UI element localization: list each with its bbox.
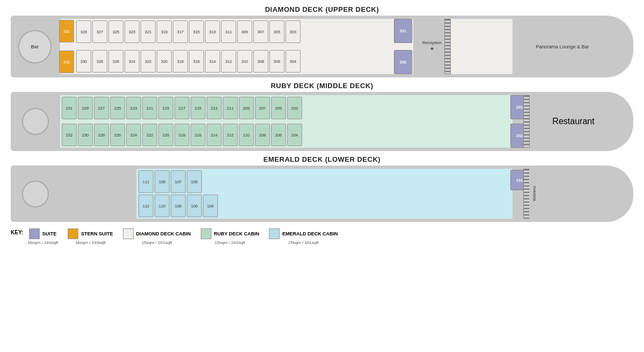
cabin-205[interactable]: 205	[271, 97, 286, 119]
cabin-217[interactable]: 217	[174, 97, 189, 119]
cabin-302[interactable]: 302	[394, 50, 412, 74]
ruby-cabin-size: 15sqm / 161sqft	[215, 240, 245, 245]
diamond-deck-section: DIAMOND DECK (UPPER DECK) Bar 331 332 32…	[11, 5, 633, 77]
cabin-223[interactable]: 223	[126, 97, 141, 119]
emerald-upper-row: 111 109 107 105	[138, 170, 202, 193]
cabin-208[interactable]: 208	[255, 124, 270, 146]
cabin-106[interactable]: 106	[187, 195, 202, 217]
cabin-204[interactable]: 204	[287, 124, 302, 146]
suite-size: 18sqm / 193sqft	[27, 240, 58, 245]
cabin-319[interactable]: 319	[157, 20, 172, 43]
diamond-deck-title: DIAMOND DECK (UPPER DECK)	[11, 5, 633, 13]
cabin-213[interactable]: 213	[207, 97, 222, 119]
key-section: KEY: SUITE 18sqm / 193sqft STERN SUITE 1…	[11, 228, 633, 245]
cabin-328[interactable]: 328	[92, 50, 107, 73]
cabin-301[interactable]: 301	[394, 19, 412, 43]
cabin-107[interactable]: 107	[171, 170, 186, 193]
stern-suite-name: STERN SUITE	[81, 231, 113, 236]
cabin-314[interactable]: 314	[205, 50, 220, 73]
cabin-210[interactable]: 210	[239, 124, 254, 146]
cabin-206[interactable]: 206	[271, 124, 286, 146]
reception-label: Reception	[422, 40, 442, 45]
cabin-311[interactable]: 311	[221, 20, 236, 43]
key-label: KEY:	[11, 228, 23, 235]
cabin-304[interactable]: 304	[286, 50, 301, 73]
cabin-221[interactable]: 221	[142, 97, 157, 119]
cabin-111[interactable]: 111	[138, 170, 153, 193]
key-suite: SUITE 18sqm / 193sqft	[27, 228, 58, 245]
ruby-cabin-swatch	[201, 228, 211, 239]
cabin-222[interactable]: 222	[142, 124, 157, 146]
cabin-218[interactable]: 218	[174, 124, 189, 146]
cabin-109[interactable]: 109	[155, 170, 170, 193]
cabin-224[interactable]: 224	[126, 124, 141, 146]
cabin-321[interactable]: 321	[141, 20, 156, 43]
cabin-313[interactable]: 313	[205, 20, 220, 43]
diamond-cabin-name: DIAMOND DECK CABIN	[136, 231, 191, 236]
cabin-112[interactable]: 112	[138, 195, 153, 217]
cabin-212[interactable]: 212	[223, 124, 238, 146]
cabin-317[interactable]: 317	[173, 20, 188, 43]
cabin-229[interactable]: 229	[78, 97, 93, 119]
cabin-318[interactable]: 318	[173, 50, 188, 73]
ruby-lower-row: 232 230 228 226 224 222 220 218 216 214 …	[62, 124, 302, 146]
diamond-cabin-swatch	[123, 228, 134, 239]
stair-mark-ruby	[523, 95, 530, 148]
diamond-hull: Bar 331 332 329 327 325 323 321 319 317 …	[11, 16, 633, 77]
emerald-cabin-name: EMERALD DECK CABIN	[282, 231, 338, 236]
diamond-lower-row: 330 328 326 324 322 320 318 316 314 312 …	[76, 50, 301, 73]
cabin-219[interactable]: 219	[158, 97, 173, 119]
cabin-211[interactable]: 211	[223, 97, 238, 119]
stern-suite-size: 18sqm / 193sqft	[75, 240, 106, 245]
cabin-232[interactable]: 232	[62, 124, 77, 146]
key-emerald-cabin: EMERALD DECK CABIN 15sqm / 161sqft	[269, 228, 338, 245]
cabin-330[interactable]: 330	[76, 50, 91, 73]
cabin-227[interactable]: 227	[94, 97, 109, 119]
cabin-316[interactable]: 316	[189, 50, 204, 73]
emerald-left-gray	[60, 169, 135, 219]
emerald-cabin-swatch	[269, 228, 280, 239]
cabin-327[interactable]: 327	[92, 20, 107, 43]
restaurant-area: Restaurant	[530, 95, 617, 148]
cabin-307[interactable]: 307	[253, 20, 268, 43]
cabin-309[interactable]: 309	[237, 20, 252, 43]
cabin-207[interactable]: 207	[255, 97, 270, 119]
cabin-230[interactable]: 230	[78, 124, 93, 146]
cabin-306[interactable]: 306	[269, 50, 284, 73]
cabin-226[interactable]: 226	[110, 124, 125, 146]
cabin-332[interactable]: 332	[59, 51, 74, 73]
cabin-203[interactable]: 203	[287, 97, 302, 119]
cabin-220[interactable]: 220	[158, 124, 173, 146]
emerald-deck-title: EMERALD DECK (LOWER DECK)	[11, 155, 633, 163]
cabin-110[interactable]: 110	[155, 195, 170, 217]
cabin-216[interactable]: 216	[191, 124, 206, 146]
cabin-329[interactable]: 329	[76, 20, 91, 43]
cabin-305[interactable]: 305	[269, 20, 284, 43]
cabin-214[interactable]: 214	[207, 124, 222, 146]
cabin-331[interactable]: 331	[59, 20, 74, 42]
cabin-324[interactable]: 324	[125, 50, 140, 73]
emerald-lower-row: 112 110 108 106 104	[138, 195, 218, 217]
cabin-215[interactable]: 215	[191, 97, 206, 119]
cabin-320[interactable]: 320	[157, 50, 172, 73]
cabin-225[interactable]: 225	[110, 97, 125, 119]
cabin-312[interactable]: 312	[221, 50, 236, 73]
cabin-322[interactable]: 322	[141, 50, 156, 73]
cabin-228[interactable]: 228	[94, 124, 109, 146]
cabin-310[interactable]: 310	[237, 50, 252, 73]
suite-swatch	[29, 228, 40, 239]
key-diamond-cabin: DIAMOND DECK CABIN 15sqm / 161sqft	[123, 228, 191, 245]
cabin-323[interactable]: 323	[125, 20, 140, 43]
cabin-209[interactable]: 209	[239, 97, 254, 119]
cabin-325[interactable]: 325	[108, 20, 123, 43]
cabin-326[interactable]: 326	[108, 50, 123, 73]
cabin-303[interactable]: 303	[286, 20, 301, 43]
cabin-104[interactable]: 104	[203, 195, 218, 217]
wellness-label: Wellness	[532, 186, 536, 201]
cabin-315[interactable]: 315	[189, 20, 204, 43]
cabin-105[interactable]: 105	[187, 170, 202, 193]
cabin-108[interactable]: 108	[171, 195, 186, 217]
cabin-231[interactable]: 231	[62, 97, 77, 119]
cabin-308[interactable]: 308	[253, 50, 268, 73]
ruby-hull: 231 229 227 225 223 221 219 217 215 213 …	[11, 92, 633, 151]
